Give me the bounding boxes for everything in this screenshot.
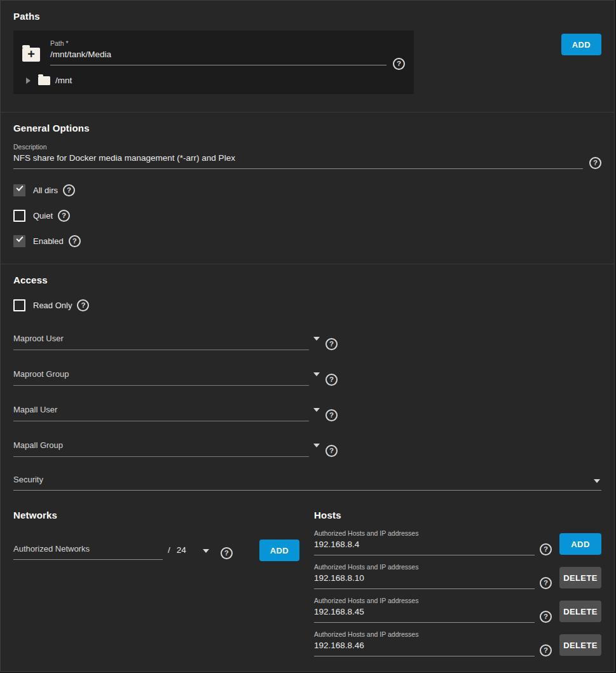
hosts-delete-button[interactable]: DELETE (559, 601, 601, 622)
paths-add-button[interactable]: ADD (561, 34, 601, 55)
path-input[interactable]: Path * /mnt/tank/Media (50, 39, 387, 65)
help-icon[interactable]: ? (589, 157, 601, 169)
hosts-add-button[interactable]: ADD (559, 533, 601, 555)
help-icon[interactable]: ? (540, 644, 552, 656)
host-row: Authorized Hosts and IP addresses 192.16… (314, 563, 601, 589)
help-icon[interactable]: ? (77, 299, 89, 311)
maproot-user-select[interactable]: Maproot User (13, 330, 309, 350)
authorized-networks-input[interactable]: Authorized Networks (13, 543, 163, 560)
all-dirs-label: All dirs (33, 186, 58, 195)
help-icon[interactable]: ? (393, 58, 405, 70)
enabled-label: Enabled (33, 236, 64, 246)
general-options-heading: General Options (13, 123, 601, 133)
security-label: Security (13, 475, 43, 484)
maproot-group-label: Maproot Group (13, 369, 69, 379)
maproot-group-select[interactable]: Maproot Group (13, 365, 309, 386)
expand-arrow-icon[interactable] (26, 78, 31, 84)
help-icon[interactable]: ? (325, 409, 338, 421)
description-input[interactable]: Description NFS share for Docker media m… (13, 143, 583, 169)
help-icon[interactable]: ? (325, 338, 338, 350)
help-icon[interactable]: ? (58, 210, 70, 222)
mapall-user-select[interactable]: Mapall User (13, 401, 309, 421)
authorized-host-label: Authorized Hosts and IP addresses (314, 529, 535, 537)
authorized-host-label: Authorized Hosts and IP addresses (314, 597, 535, 604)
authorized-host-label: Authorized Hosts and IP addresses (314, 563, 535, 571)
authorized-host-input[interactable]: Authorized Hosts and IP addresses 192.16… (314, 597, 535, 623)
help-icon[interactable]: ? (325, 445, 338, 457)
hosts-delete-button[interactable]: DELETE (559, 567, 601, 588)
enabled-checkbox[interactable] (13, 235, 25, 247)
help-icon[interactable]: ? (221, 547, 233, 559)
authorized-host-value[interactable]: 192.168.8.10 (314, 573, 535, 589)
plus-glyph: + (22, 47, 40, 62)
folder-icon (38, 76, 50, 85)
authorized-networks-label: Authorized Networks (13, 544, 90, 554)
authorized-host-value[interactable]: 192.168.8.45 (314, 607, 535, 623)
help-icon[interactable]: ? (69, 235, 81, 247)
networks-heading: Networks (13, 510, 305, 520)
path-input-label: Path * (50, 39, 387, 47)
quiet-checkbox[interactable] (13, 210, 25, 222)
description-label: Description (13, 143, 583, 151)
host-row: Authorized Hosts and IP addresses 192.16… (314, 529, 601, 555)
mapall-group-label: Mapall Group (13, 440, 63, 450)
mapall-group-select[interactable]: Mapall Group (13, 437, 309, 457)
chevron-down-icon[interactable] (594, 479, 600, 483)
tree-item-mnt[interactable]: /mnt (22, 76, 405, 85)
help-icon[interactable]: ? (540, 577, 552, 589)
authorized-host-input[interactable]: Authorized Hosts and IP addresses 192.16… (314, 630, 535, 656)
description-value[interactable]: NFS share for Docker media management (*… (13, 153, 583, 169)
read-only-label: Read Only (33, 301, 72, 310)
nfs-share-form: Paths + Path * /mnt/tank/Media ? /mnt AD… (0, 0, 615, 672)
access-heading: Access (13, 275, 601, 285)
help-icon[interactable]: ? (540, 611, 552, 623)
checkbox-read-only[interactable]: Read Only ? (13, 299, 601, 311)
authorized-host-label: Authorized Hosts and IP addresses (314, 630, 535, 638)
help-icon[interactable]: ? (63, 184, 75, 196)
authorized-host-input[interactable]: Authorized Hosts and IP addresses 192.16… (314, 529, 535, 555)
checkbox-quiet[interactable]: Quiet ? (13, 210, 601, 222)
add-folder-icon[interactable]: + (22, 48, 40, 62)
chevron-down-icon[interactable] (203, 549, 209, 553)
tree-item-label: /mnt (55, 76, 72, 85)
networks-add-button[interactable]: ADD (259, 540, 299, 561)
path-input-value[interactable]: /mnt/tank/Media (50, 50, 387, 65)
hosts-heading: Hosts (314, 510, 601, 520)
maproot-user-label: Maproot User (13, 334, 64, 343)
cidr-separator: / (168, 545, 170, 555)
authorized-host-value[interactable]: 192.168.8.46 (314, 641, 535, 656)
help-icon[interactable]: ? (325, 374, 338, 386)
hosts-column: Hosts Authorized Hosts and IP addresses … (314, 510, 601, 656)
host-row: Authorized Hosts and IP addresses 192.16… (314, 597, 601, 623)
security-select[interactable]: Security (13, 475, 601, 491)
mapall-user-label: Mapall User (13, 405, 57, 414)
chevron-down-icon[interactable] (313, 372, 320, 376)
chevron-down-icon[interactable] (313, 337, 320, 341)
authorized-host-input[interactable]: Authorized Hosts and IP addresses 192.16… (314, 563, 535, 589)
cidr-prefix-select[interactable]: 24 (177, 545, 186, 555)
read-only-checkbox[interactable] (13, 299, 25, 311)
checkbox-enabled[interactable]: Enabled ? (13, 235, 601, 247)
help-icon[interactable]: ? (540, 543, 552, 555)
checkbox-all-dirs[interactable]: All dirs ? (13, 184, 601, 196)
host-row: Authorized Hosts and IP addresses 192.16… (314, 630, 601, 656)
path-picker-card: + Path * /mnt/tank/Media ? /mnt (13, 31, 414, 94)
hosts-delete-button[interactable]: DELETE (559, 634, 601, 656)
chevron-down-icon[interactable] (313, 408, 320, 412)
chevron-down-icon[interactable] (313, 444, 320, 447)
paths-heading: Paths (13, 11, 601, 22)
all-dirs-checkbox[interactable] (13, 184, 25, 196)
authorized-host-value[interactable]: 192.168.8.4 (314, 540, 535, 555)
networks-column: Networks Authorized Networks / 24 ? ADD (13, 510, 305, 656)
quiet-label: Quiet (33, 211, 53, 221)
